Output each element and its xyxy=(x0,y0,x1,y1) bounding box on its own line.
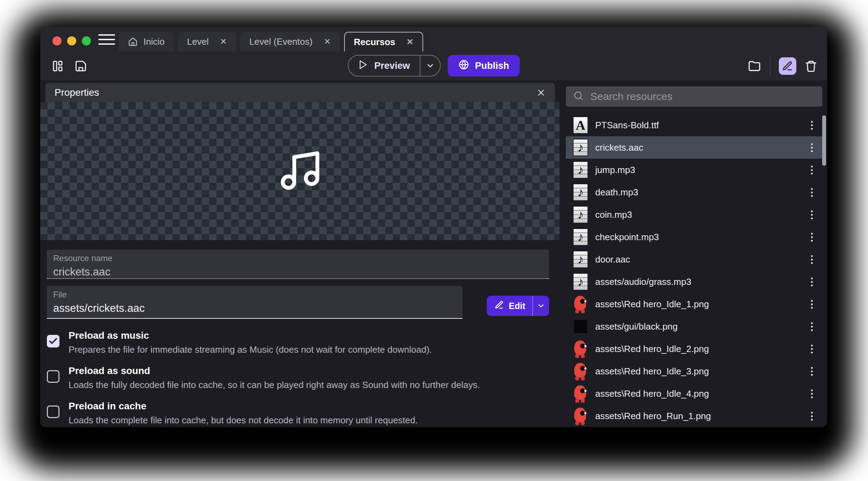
resource-list: APTSans-Bold.ttf♪crickets.aac♪jump.mp3♪d… xyxy=(566,114,827,427)
kebab-menu-icon[interactable] xyxy=(811,278,813,286)
edit-dropdown-arrow[interactable] xyxy=(533,302,549,310)
properties-panel: Properties Resource name crickets.aac xyxy=(40,80,560,427)
traffic-lights xyxy=(52,36,91,45)
main-menu-icon[interactable] xyxy=(98,34,115,45)
layout-panels-icon[interactable] xyxy=(51,60,64,72)
tab-close-icon[interactable]: ✕ xyxy=(406,38,413,46)
resource-name: assets\Red hero_Idle_2.png xyxy=(595,344,709,354)
resource-name: death.mp3 xyxy=(595,187,638,198)
file-value: assets/crickets.aac xyxy=(53,302,456,315)
tab-label: Recursos xyxy=(354,37,396,48)
transparency-preview-area xyxy=(40,102,560,240)
resource-name: checkpoint.mp3 xyxy=(595,232,659,243)
kebab-menu-icon[interactable] xyxy=(811,166,813,174)
tab-level-eventos-[interactable]: Level (Eventos)✕ xyxy=(240,32,340,51)
publish-button-label: Publish xyxy=(475,60,509,71)
check-icon xyxy=(48,336,58,346)
resource-row[interactable]: APTSans-Bold.ttf xyxy=(566,114,823,136)
resource-name: crickets.aac xyxy=(595,142,643,153)
scrollbar-thumb[interactable] xyxy=(822,115,826,166)
resource-row[interactable]: assets\Red hero_Idle_2.png xyxy=(566,338,823,360)
publish-button[interactable]: Publish xyxy=(448,55,520,77)
resource-row[interactable]: assets\Red hero_Idle_4.png xyxy=(566,382,823,405)
audio-file-icon: ♪ xyxy=(572,272,589,291)
preview-button[interactable]: Preview xyxy=(348,55,441,77)
preload-as-sound-checkbox[interactable] xyxy=(47,370,59,383)
kebab-menu-icon[interactable] xyxy=(811,412,813,421)
resource-row[interactable]: ♪assets/audio/grass.mp3 xyxy=(566,271,823,293)
audio-file-icon: ♪ xyxy=(572,250,589,269)
tab-close-icon[interactable]: ✕ xyxy=(324,37,331,46)
kebab-menu-icon[interactable] xyxy=(811,300,813,309)
search-input[interactable] xyxy=(590,91,815,102)
file-label: File xyxy=(53,290,456,300)
red-hero-sprite-icon xyxy=(572,407,589,425)
resource-row[interactable]: assets\Red hero_Idle_1.png xyxy=(566,293,823,315)
open-folder-icon[interactable] xyxy=(748,59,761,73)
music-note-icon xyxy=(277,148,323,195)
file-row: File assets/crickets.aac Edit xyxy=(47,286,549,320)
preload-options: Preload as music Prepares the file for i… xyxy=(47,329,549,426)
kebab-menu-icon[interactable] xyxy=(811,367,813,376)
kebab-menu-icon[interactable] xyxy=(811,389,813,398)
preload-music-label: Preload as music xyxy=(69,329,432,342)
kebab-menu-icon[interactable] xyxy=(811,322,813,331)
kebab-menu-icon[interactable] xyxy=(811,121,813,130)
properties-header: Properties xyxy=(45,83,555,102)
audio-file-icon: ♪ xyxy=(572,205,589,224)
resource-name: assets/gui/black.png xyxy=(595,321,678,332)
save-icon[interactable] xyxy=(74,60,87,72)
kebab-menu-icon[interactable] xyxy=(811,188,813,197)
kebab-menu-icon[interactable] xyxy=(811,143,813,152)
tab-level[interactable]: Level✕ xyxy=(178,32,236,51)
resource-row[interactable]: ♪death.mp3 xyxy=(566,181,823,203)
tab-recursos[interactable]: Recursos✕ xyxy=(344,32,424,51)
kebab-menu-icon[interactable] xyxy=(811,233,813,242)
preload-as-music-checkbox[interactable] xyxy=(47,335,59,347)
resource-row[interactable]: ♪checkpoint.mp3 xyxy=(566,226,823,248)
resource-row[interactable]: ♪door.aac xyxy=(566,248,823,271)
kebab-menu-icon[interactable] xyxy=(811,345,813,353)
app-window: InicioLevel✕Level (Eventos)✕Recursos✕ xyxy=(40,27,827,427)
resource-name-label: Resource name xyxy=(53,253,543,263)
play-icon xyxy=(357,59,368,72)
minimize-window-button[interactable] xyxy=(67,36,76,45)
toolbar: Preview Publish xyxy=(40,51,827,80)
tab-close-icon[interactable]: ✕ xyxy=(220,37,227,46)
edit-mode-button[interactable] xyxy=(779,57,796,75)
resource-row[interactable]: assets\Red hero_Run_1.png xyxy=(566,405,823,427)
resource-name: coin.mp3 xyxy=(595,209,632,220)
pencil-icon xyxy=(495,300,504,312)
tab-label: Level xyxy=(187,36,209,47)
audio-file-icon: ♪ xyxy=(572,138,589,157)
preload-music-description: Prepares the file for immediate streamin… xyxy=(69,344,432,356)
resource-row[interactable]: ♪jump.mp3 xyxy=(566,159,823,181)
zoom-window-button[interactable] xyxy=(82,36,91,45)
resource-row[interactable]: assets/gui/black.png xyxy=(566,315,823,338)
kebab-menu-icon[interactable] xyxy=(811,210,813,219)
audio-file-icon: ♪ xyxy=(572,183,589,202)
resource-name: assets\Red hero_Idle_3.png xyxy=(595,366,709,377)
file-field[interactable]: File assets/crickets.aac xyxy=(47,286,462,319)
preload-in-cache-checkbox[interactable] xyxy=(47,405,59,418)
red-hero-sprite-icon xyxy=(572,295,589,314)
resource-row[interactable]: ♪crickets.aac xyxy=(566,136,823,159)
edit-file-button[interactable]: Edit xyxy=(487,296,549,316)
red-hero-sprite-icon xyxy=(572,362,589,381)
tab-bar: InicioLevel✕Level (Eventos)✕Recursos✕ xyxy=(119,27,427,51)
trash-icon[interactable] xyxy=(805,60,817,72)
resource-row[interactable]: assets\Red hero_Idle_3.png xyxy=(566,360,823,382)
content-area: Properties Resource name crickets.aac xyxy=(40,80,827,427)
preview-dropdown-arrow[interactable] xyxy=(420,61,440,70)
resource-name: assets\Red hero_Run_1.png xyxy=(595,411,711,422)
close-window-button[interactable] xyxy=(52,36,62,45)
close-properties-icon[interactable] xyxy=(536,88,546,98)
toolbar-right-group xyxy=(748,51,817,80)
resource-search-bar[interactable] xyxy=(566,86,822,107)
resource-name: door.aac xyxy=(595,254,630,265)
tab-inicio[interactable]: Inicio xyxy=(119,32,174,51)
kebab-menu-icon[interactable] xyxy=(811,255,813,264)
resource-name-field[interactable]: Resource name crickets.aac xyxy=(47,250,549,279)
resource-row[interactable]: ♪coin.mp3 xyxy=(566,203,823,226)
red-hero-sprite-icon xyxy=(572,384,589,403)
